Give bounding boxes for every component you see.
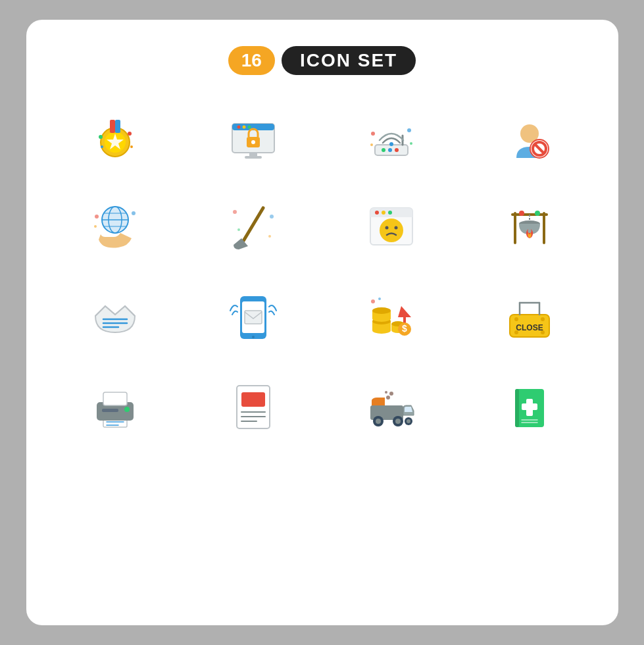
svg-point-107 — [395, 419, 401, 424]
svg-rect-16 — [249, 153, 257, 156]
svg-point-20 — [388, 148, 392, 152]
svg-point-23 — [389, 142, 393, 146]
icon-shovel — [191, 188, 316, 265]
svg-point-52 — [385, 226, 388, 230]
svg-point-50 — [388, 211, 392, 215]
icon-newspaper — [191, 367, 316, 444]
svg-text:$: $ — [402, 323, 407, 334]
svg-point-12 — [242, 126, 245, 129]
svg-point-112 — [385, 391, 387, 394]
svg-point-88 — [514, 330, 518, 334]
page-header: 16 ICON SET — [228, 46, 416, 75]
svg-point-109 — [407, 419, 410, 423]
svg-point-105 — [376, 419, 381, 424]
icon-secure-website — [191, 99, 316, 175]
svg-point-13 — [247, 126, 251, 129]
icon-financial-loss: $ — [329, 278, 454, 354]
header-title: ICON SET — [282, 46, 416, 75]
svg-point-49 — [382, 211, 385, 215]
icon-wifi-router — [329, 99, 454, 175]
svg-point-26 — [370, 143, 373, 146]
svg-point-11 — [237, 126, 240, 129]
icon-email — [53, 278, 178, 354]
icon-campfire-pot — [467, 188, 592, 265]
svg-rect-17 — [245, 156, 262, 159]
svg-rect-114 — [515, 389, 519, 427]
svg-point-59 — [519, 211, 524, 216]
svg-point-53 — [394, 226, 397, 230]
svg-point-5 — [99, 135, 103, 139]
svg-rect-98 — [237, 386, 270, 428]
svg-point-37 — [95, 215, 99, 219]
svg-point-89 — [541, 330, 545, 334]
svg-point-51 — [380, 219, 403, 242]
svg-rect-99 — [241, 392, 265, 407]
svg-point-48 — [375, 211, 379, 215]
svg-rect-95 — [103, 392, 127, 405]
svg-point-79 — [371, 299, 375, 303]
svg-text:CLOSE: CLOSE — [516, 323, 543, 332]
svg-point-44 — [237, 228, 240, 231]
svg-rect-97 — [102, 409, 118, 412]
svg-rect-116 — [522, 403, 537, 410]
svg-point-42 — [270, 215, 274, 219]
icon-mobile-email — [191, 278, 316, 354]
svg-point-15 — [251, 140, 255, 144]
icon-error-browser — [329, 188, 454, 265]
svg-point-39 — [94, 225, 97, 228]
svg-point-43 — [268, 235, 271, 238]
svg-point-19 — [382, 148, 385, 152]
svg-point-111 — [389, 392, 393, 396]
svg-point-25 — [407, 128, 411, 132]
svg-point-24 — [371, 132, 375, 136]
number-badge: 16 — [228, 46, 275, 75]
icon-medal — [53, 99, 178, 175]
svg-point-66 — [252, 336, 255, 338]
svg-point-87 — [541, 317, 545, 321]
svg-line-40 — [243, 208, 263, 241]
svg-point-8 — [130, 145, 133, 148]
svg-rect-3 — [110, 120, 115, 133]
svg-point-41 — [233, 210, 237, 214]
svg-point-7 — [101, 145, 103, 148]
icon-globe-hand — [53, 188, 178, 265]
svg-point-38 — [132, 211, 136, 215]
svg-point-80 — [378, 297, 381, 300]
svg-point-110 — [386, 396, 390, 400]
svg-point-21 — [395, 148, 399, 152]
icon-bible — [467, 367, 592, 444]
svg-point-86 — [514, 317, 518, 321]
svg-point-60 — [535, 211, 540, 216]
icon-grid: $ CLOSE — [53, 99, 592, 444]
svg-rect-67 — [245, 311, 262, 324]
svg-point-73 — [372, 307, 391, 314]
main-card: 16 ICON SET — [26, 20, 618, 625]
svg-rect-4 — [115, 120, 120, 133]
svg-point-96 — [124, 407, 130, 412]
icon-close-sign: CLOSE — [467, 278, 592, 354]
svg-point-6 — [128, 132, 132, 136]
svg-point-27 — [410, 142, 412, 145]
icon-truck — [329, 367, 454, 444]
icon-blocked-user — [467, 99, 592, 175]
icon-printer — [53, 367, 178, 444]
